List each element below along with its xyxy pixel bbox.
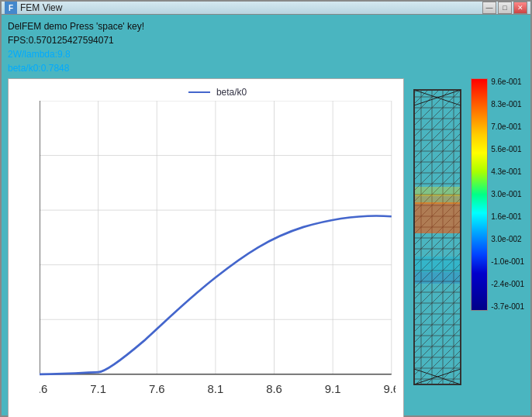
window-icon: F: [5, 2, 17, 14]
colorbar-label: -1.0e-001: [491, 258, 524, 266]
chart-svg: 1.0 0.8 0.6 0.4 0.2 0.0 6.6 7.1 7.6 8.1 …: [40, 101, 396, 417]
window-title: FEM View: [20, 2, 62, 13]
info-panel: DelFEM demo Press 'space' key! FPS:0.570…: [8, 19, 524, 75]
svg-text:8.6: 8.6: [266, 383, 282, 395]
colorbar-label: 1.6e-001: [491, 213, 524, 221]
title-bar: F FEM View — □ ✕: [2, 2, 530, 15]
colorbar-labels: 9.6e-0018.3e-0017.0e-0015.6e-0014.3e-001…: [491, 78, 524, 311]
colorbar-label: 7.0e-001: [491, 123, 524, 131]
lambda-line: 2W/lambda:9.8: [8, 47, 524, 61]
colorbar-label: -3.7e-001: [491, 303, 524, 311]
colorbar-label: 9.6e-001: [491, 78, 524, 86]
content-area: DelFEM demo Press 'space' key! FPS:0.570…: [2, 15, 530, 417]
chart-title-label: beta/k0: [216, 87, 247, 98]
svg-text:6.6: 6.6: [40, 383, 47, 395]
chart-title: beta/k0: [40, 87, 396, 98]
colorbar-label: 4.3e-001: [491, 168, 524, 176]
svg-text:7.1: 7.1: [90, 383, 106, 395]
svg-text:9.1: 9.1: [325, 383, 341, 395]
chart-svg-container: 1.0 0.8 0.6 0.4 0.2 0.0 6.6 7.1 7.6 8.1 …: [40, 101, 396, 417]
minimize-button[interactable]: —: [482, 2, 496, 14]
svg-text:9.6: 9.6: [383, 383, 396, 395]
svg-text:8.1: 8.1: [208, 383, 224, 395]
colorbar-label: 8.3e-001: [491, 101, 524, 109]
beta-line: beta/k0:0.7848: [8, 61, 524, 75]
demo-line: DelFEM demo Press 'space' key!: [8, 19, 524, 33]
main-window: F FEM View — □ ✕ DelFEM demo Press 'spac…: [0, 0, 532, 417]
svg-text:7.6: 7.6: [149, 383, 165, 395]
svg-rect-39: [414, 90, 461, 384]
colorbar-wrapper: 9.6e-0018.3e-0017.0e-0015.6e-0014.3e-001…: [471, 78, 524, 311]
fem-mesh: [410, 86, 465, 388]
colorbar-label: 3.0e-002: [491, 236, 524, 243]
colorbar-label: 3.0e-001: [491, 191, 524, 198]
fps-line: FPS:0.570125427594071: [8, 33, 524, 47]
chart-area: beta/k0: [8, 78, 404, 417]
title-bar-buttons: — □ ✕: [482, 2, 527, 14]
press-label: Press 'space' key!: [67, 21, 144, 32]
title-bar-left: F FEM View: [5, 2, 62, 14]
right-panel: 9.6e-0018.3e-0017.0e-0015.6e-0014.3e-001…: [410, 78, 524, 417]
colorbar-label: 5.6e-001: [491, 146, 524, 153]
demo-label: DelFEM demo: [8, 21, 67, 32]
maximize-button[interactable]: □: [498, 2, 512, 14]
close-button[interactable]: ✕: [513, 2, 527, 14]
colorbar-label: -2.4e-001: [491, 281, 524, 288]
legend-line: [188, 91, 210, 93]
main-panel: beta/k0: [8, 78, 524, 417]
colorbar-gradient: [471, 78, 488, 311]
mesh-svg: [410, 86, 465, 388]
